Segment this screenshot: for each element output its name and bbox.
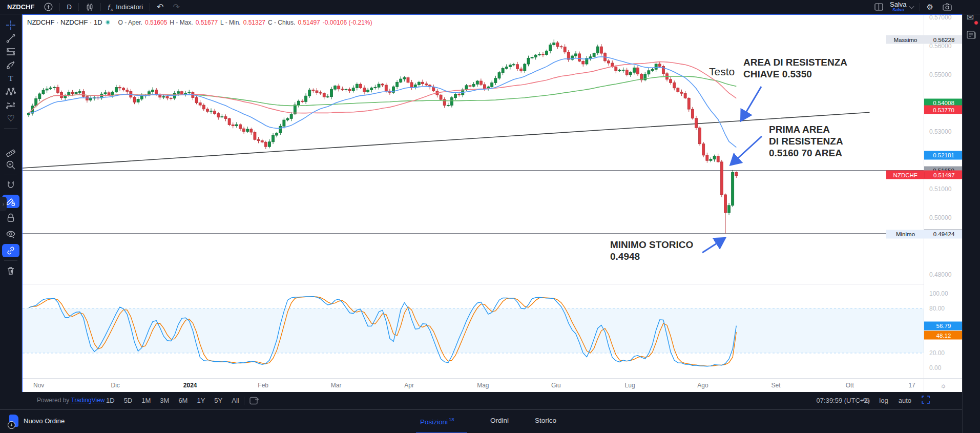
time-tick-label: Feb xyxy=(258,382,268,389)
interval-button[interactable]: D xyxy=(62,0,76,14)
magnet-icon xyxy=(6,180,16,190)
text-tool-button[interactable]: T xyxy=(2,72,19,85)
fullscreen-button[interactable] xyxy=(918,396,934,405)
camera-icon xyxy=(943,3,952,11)
tab-storico[interactable]: Storico xyxy=(535,417,556,424)
range-button-all[interactable]: All xyxy=(227,397,243,404)
price-tick-label: 0.55000 xyxy=(929,71,951,78)
range-button-3m[interactable]: 3M xyxy=(155,397,174,404)
powered-by: Powered by TradingView xyxy=(37,397,105,404)
trash-icon xyxy=(6,265,16,276)
tab-ordini[interactable]: Ordini xyxy=(490,417,509,424)
undo-icon: ↶ xyxy=(157,2,163,12)
range-button-6m[interactable]: 6M xyxy=(174,397,192,404)
stoch-tick-label: 20.00 xyxy=(929,349,945,357)
tab-posizioni[interactable]: Posizioni18 xyxy=(420,417,454,426)
positions-count-badge: 18 xyxy=(449,417,454,422)
timezone-sun-icon[interactable]: ☼ xyxy=(940,381,947,389)
auto-scale-button[interactable]: auto xyxy=(894,397,915,404)
trend-line-icon xyxy=(6,33,16,44)
price-axis[interactable]: 0.570000.560000.550000.530000.510000.500… xyxy=(924,15,963,378)
chart-legend: NZDCHF · NZDCHF · 1D O - Aper.0.51605 H … xyxy=(27,18,372,26)
indicators-button[interactable]: ƒx Indicatori xyxy=(103,0,148,14)
screenshot-button[interactable] xyxy=(938,3,956,11)
tradingview-link[interactable]: TradingView xyxy=(71,397,105,404)
chart-style-button[interactable] xyxy=(81,0,98,14)
stoch-tick-label: 100.00 xyxy=(929,290,948,297)
price-tick-label: 0.57000 xyxy=(929,14,951,21)
go-to-date-icon xyxy=(249,396,259,405)
range-button-5y[interactable]: 5Y xyxy=(210,397,227,404)
emoji-tool-button[interactable]: ♡ xyxy=(2,112,19,125)
brush-icon xyxy=(6,60,16,70)
go-to-date-button[interactable] xyxy=(249,396,259,405)
magnet-tool-button[interactable] xyxy=(2,178,19,192)
separator xyxy=(59,3,60,11)
redo-button[interactable]: ↷ xyxy=(168,0,184,14)
annotation-testo[interactable]: Testo xyxy=(709,66,735,77)
chart-area[interactable]: NZDCHF · NZDCHF · 1D O - Aper.0.51605 H … xyxy=(22,14,962,392)
annotation-key-resistance[interactable]: AREA DI RESISTENZA CHIAVE 0.5350 xyxy=(743,56,847,80)
zoom-in-tool-button[interactable] xyxy=(2,158,19,172)
fib-tool-button[interactable] xyxy=(2,45,19,58)
ma-mid-value-badge: 0.53770 xyxy=(924,106,963,114)
undo-button[interactable]: ↶ xyxy=(152,0,168,14)
plus-circle-icon xyxy=(44,3,53,11)
axis-corner[interactable]: ☼ xyxy=(924,378,963,392)
time-axis[interactable]: NovDic2024FebMarAprMagGiuLugAgoSetOtt17 xyxy=(23,378,924,392)
date-range-buttons: 1D5D1M3M6M1Y5YAll xyxy=(101,392,259,409)
compare-add-symbol-button[interactable] xyxy=(39,0,57,14)
annotation-historic-low[interactable]: MINIMO STORICO 0.4948 xyxy=(610,239,693,262)
prediction-tool-button[interactable] xyxy=(2,98,19,112)
lock-all-drawings-button[interactable] xyxy=(2,211,19,224)
eye-icon xyxy=(6,229,16,239)
fib-retracement-icon xyxy=(6,47,16,57)
stochastic-pane[interactable] xyxy=(23,284,924,378)
ma-fast-value-badge: 0.52181 xyxy=(924,151,963,159)
high-label-badge: Massimo0.56228 xyxy=(886,35,963,44)
settings-button[interactable]: ⚙ xyxy=(922,3,938,12)
time-tick-label: Set xyxy=(772,382,781,389)
layout-button[interactable] xyxy=(870,3,888,11)
expand-panel-tab[interactable]: › xyxy=(0,197,7,211)
time-tick-label: Nov xyxy=(33,382,44,389)
measure-tool-button[interactable] xyxy=(2,145,19,158)
stoch-d-badge: 48.12 xyxy=(924,331,963,340)
pencil-lock-icon xyxy=(6,196,16,207)
ascending-trendline[interactable] xyxy=(23,112,869,168)
hide-drawings-button[interactable] xyxy=(2,228,19,241)
candles-series xyxy=(28,39,738,233)
trend-line-tool-button[interactable] xyxy=(2,32,19,45)
save-button[interactable]: Salva Salva xyxy=(888,2,909,13)
maximize-icon xyxy=(922,396,930,404)
separator xyxy=(920,3,920,11)
ma-mid-line[interactable] xyxy=(29,62,736,113)
range-button-1m[interactable]: 1M xyxy=(137,397,155,404)
market-status-dot-icon xyxy=(106,20,110,25)
range-button-1d[interactable]: 1D xyxy=(101,397,119,404)
ruler-icon xyxy=(6,147,16,157)
annotation-first-resistance[interactable]: PRIMA AREA DI RESISTENZA 0.5160 70 AREA xyxy=(769,123,843,159)
pane-separator[interactable] xyxy=(23,284,963,284)
news-button[interactable] xyxy=(967,31,976,41)
range-button-1y[interactable]: 1Y xyxy=(192,397,210,404)
crosshair-tool-button[interactable] xyxy=(2,18,19,32)
new-order-doc-icon xyxy=(9,415,18,427)
chart-footer: Powered by TradingView 1D5D1M3M6M1Y5YAll… xyxy=(0,392,962,409)
legend-title[interactable]: NZDCHF · NZDCHF · 1D xyxy=(27,18,102,26)
top-toolbar: NZDCHF D ƒx Indicatori ↶ ↷ xyxy=(0,0,980,14)
save-dropdown-chevron-icon[interactable] xyxy=(909,4,914,9)
brush-tool-button[interactable] xyxy=(2,58,19,72)
symbol-button[interactable]: NZDCHF xyxy=(0,3,39,11)
time-tick-label: Giu xyxy=(551,382,561,389)
range-button-5d[interactable]: 5D xyxy=(119,397,137,404)
pattern-tool-button[interactable] xyxy=(2,85,19,98)
time-tick-label: Ago xyxy=(697,382,708,389)
new-order-button[interactable]: Nuovo Ordine xyxy=(9,415,65,427)
candles-icon xyxy=(86,3,94,11)
legend-change: -0.00106 (-0.21%) xyxy=(323,19,372,26)
remove-drawings-button[interactable] xyxy=(2,264,19,277)
log-scale-button[interactable]: log xyxy=(875,397,892,404)
percent-scale-button[interactable]: % xyxy=(859,397,873,404)
sync-drawings-button[interactable] xyxy=(2,244,19,257)
